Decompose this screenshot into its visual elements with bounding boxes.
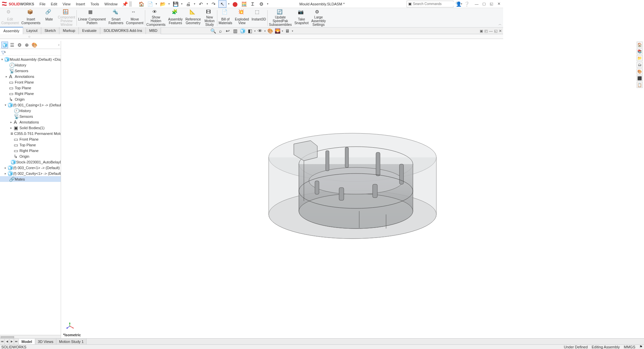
- rebuild-button[interactable]: ⬤: [231, 0, 239, 8]
- ribbon-smart-fasteners[interactable]: 🔩Smart Fasteners: [107, 9, 124, 27]
- ribbon-bill-of-materials[interactable]: 📄Bill of Materials: [217, 9, 234, 27]
- display-style-icon[interactable]: ◧: [247, 28, 253, 34]
- pane-minimize-icon[interactable]: —: [489, 29, 493, 33]
- ribbon-instant3d[interactable]: ⬚Instant3D: [250, 9, 267, 27]
- restore-button[interactable]: ▢: [481, 1, 487, 7]
- tree-item[interactable]: 📡Sensors: [0, 113, 61, 119]
- tree-item[interactable]: ▸▣Solid Bodies(1): [0, 125, 61, 131]
- ribbon-update-speedpak-subassemblies[interactable]: 🔄Update SpeedPak Subassemblies: [268, 9, 293, 27]
- tree-expander[interactable]: ▾: [5, 103, 6, 107]
- tree-item[interactable]: 📡Sensors: [0, 68, 61, 73]
- search-field[interactable]: [413, 2, 455, 6]
- tree-root[interactable]: ▾ 🧊 Mould Assembly (Default) <Display St…: [0, 56, 61, 62]
- ribbon-large-assembly-settings[interactable]: ⚙Large Assembly Settings: [310, 9, 327, 27]
- graphics-viewport[interactable]: 🏠 📚 📁 🗂 🎨 ⬛ 📋: [61, 41, 503, 272]
- tree-item[interactable]: ▭Front Plane: [0, 136, 61, 142]
- property-manager-tab[interactable]: ☰: [9, 42, 15, 48]
- tab-sketch[interactable]: Sketch: [41, 27, 60, 34]
- design-tree-tab[interactable]: 🧊: [1, 42, 8, 48]
- zoom-fit-icon[interactable]: 🔍: [210, 28, 216, 34]
- maximize-button[interactable]: ◱: [488, 1, 494, 7]
- tree-item[interactable]: ▸AAnnotations: [0, 73, 61, 79]
- open-dropdown[interactable]: ▾: [167, 2, 171, 5]
- tree-expander[interactable]: ▸: [5, 172, 6, 175]
- tree-item[interactable]: ▭Top Plane: [0, 142, 61, 148]
- menu-edit[interactable]: Edit: [48, 0, 60, 8]
- save-dropdown[interactable]: ▾: [180, 2, 183, 5]
- menu-tools[interactable]: Tools: [88, 0, 102, 8]
- configuration-manager-tab[interactable]: ⚙: [16, 42, 23, 48]
- orientation-icon[interactable]: 🧊: [239, 28, 246, 34]
- tree-expander[interactable]: ▸: [9, 126, 13, 130]
- tab-evaluate[interactable]: Evaluate: [79, 27, 100, 34]
- tab-layout[interactable]: Layout: [23, 27, 41, 34]
- panel-expand-icon[interactable]: ›: [58, 43, 59, 47]
- help-icon[interactable]: ❔: [464, 1, 470, 7]
- tree-item[interactable]: 🧊Stock-2023001_AutoBelayDevice: [0, 159, 61, 165]
- pane-dock-icon[interactable]: ▣: [480, 29, 483, 33]
- new-dropdown[interactable]: ▾: [155, 2, 158, 5]
- home-button[interactable]: 🏠: [137, 0, 145, 8]
- pin-icon[interactable]: 📌: [122, 2, 128, 6]
- tree-item[interactable]: ≡C355.0-T61 Permanent Mold: [0, 131, 61, 136]
- settings-dropdown[interactable]: ▾: [266, 2, 269, 5]
- pane-float-icon[interactable]: ◰: [484, 29, 488, 33]
- print-button[interactable]: 🖨: [184, 0, 192, 8]
- tree-item[interactable]: ▾🧊(f) 001_Casing<1> -> (Default) <<Defau…: [0, 102, 61, 108]
- appearance-icon[interactable]: 🎨: [267, 28, 273, 34]
- hide-show-icon[interactable]: 👁: [257, 28, 263, 34]
- ribbon-move-component[interactable]: ↔Move Component: [125, 9, 145, 27]
- undo-dropdown[interactable]: ▾: [206, 2, 209, 5]
- previous-view-icon[interactable]: ↩: [225, 28, 231, 34]
- ribbon-mate[interactable]: 🔗Mate: [42, 9, 56, 27]
- select-dropdown[interactable]: ▾: [227, 2, 230, 5]
- ribbon-exploded-view[interactable]: 💥Exploded View: [233, 9, 250, 27]
- redo-button[interactable]: ↷: [210, 0, 218, 8]
- ribbon-assembly-features[interactable]: 🧩Assembly Features: [167, 9, 184, 27]
- tab-mbd[interactable]: MBD: [146, 27, 161, 34]
- ribbon-collapse-icon[interactable]: ︿: [498, 22, 502, 27]
- pane-maximize-icon[interactable]: ◱: [494, 29, 497, 33]
- tree-item[interactable]: ▸🧊(f) 002_Cavity<1> -> (Default) <<Defau…: [0, 170, 61, 176]
- ribbon-linear-component-pattern[interactable]: ▦Linear Component Pattern: [77, 9, 107, 27]
- tree-item[interactable]: ▭Right Plane: [0, 148, 61, 153]
- open-button[interactable]: 📂: [159, 0, 167, 8]
- tree-item[interactable]: ↳Origin: [0, 96, 61, 102]
- section-view-icon[interactable]: ▥: [232, 28, 238, 34]
- ribbon-take-snapshot[interactable]: 📷Take Snapshot: [293, 9, 310, 27]
- tree-item[interactable]: ▸AAnnotations: [0, 119, 61, 125]
- undo-button[interactable]: ↶: [197, 0, 205, 8]
- menu-file[interactable]: File: [37, 0, 48, 8]
- tab-markup[interactable]: Markup: [59, 27, 79, 34]
- save-button[interactable]: 💾: [171, 0, 179, 8]
- settings-button[interactable]: ⚙: [257, 0, 265, 8]
- tree-item[interactable]: ▭Front Plane: [0, 79, 61, 85]
- tree-item[interactable]: ▭Top Plane: [0, 85, 61, 91]
- tab-solidworks-add-ins[interactable]: SOLIDWORKS Add-Ins: [100, 27, 146, 34]
- tab-assembly[interactable]: Assembly: [0, 27, 23, 34]
- ribbon-insert-components[interactable]: 📦Insert Components: [20, 9, 42, 27]
- minimize-button[interactable]: —: [474, 1, 480, 7]
- tree-expander[interactable]: ▸: [5, 75, 8, 78]
- viewport-icon[interactable]: 🖥: [284, 28, 290, 34]
- menu-view[interactable]: View: [60, 0, 73, 8]
- print-dropdown[interactable]: ▾: [193, 2, 196, 5]
- scene-icon[interactable]: 🌄: [274, 28, 280, 34]
- user-icon[interactable]: 👤: [455, 1, 462, 7]
- ribbon-reference-geometry[interactable]: 📐Reference Geometry: [184, 9, 202, 27]
- dimxpert-tab[interactable]: ⊕: [23, 42, 30, 48]
- tree-item[interactable]: ↳Origin: [0, 153, 61, 159]
- tree-expander[interactable]: ▸: [5, 166, 6, 169]
- tree-item[interactable]: 🕘History: [0, 108, 61, 113]
- ribbon-show-hidden-components[interactable]: 👁Show Hidden Components: [145, 9, 167, 27]
- ribbon-new-motion-study[interactable]: 🎞New Motion Study: [202, 9, 217, 27]
- menu-insert[interactable]: Insert: [73, 0, 88, 8]
- menu-window[interactable]: Window: [102, 0, 120, 8]
- new-button[interactable]: 📄: [146, 0, 154, 8]
- tree-item[interactable]: 🕘History: [0, 62, 61, 68]
- search-commands-input[interactable]: ▣ 🔍 ▾: [407, 1, 453, 7]
- select-button[interactable]: ↖: [218, 0, 226, 8]
- zoom-area-icon[interactable]: ⌕: [217, 28, 223, 34]
- tree-expander[interactable]: ▸: [9, 120, 13, 124]
- tree-item[interactable]: 🔗Mates: [0, 176, 61, 182]
